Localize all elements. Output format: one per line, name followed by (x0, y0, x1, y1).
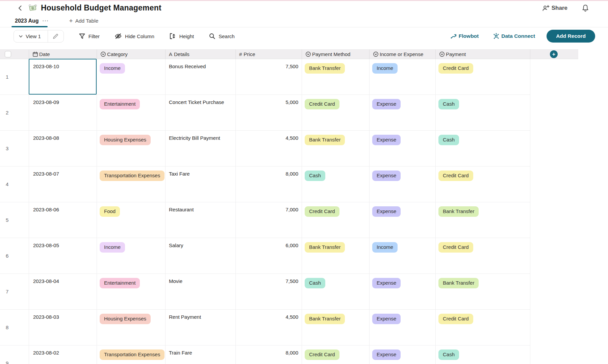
details-cell[interactable]: Salary (166, 238, 236, 274)
income-expense-cell[interactable]: Expense (370, 131, 436, 166)
date-cell[interactable]: 2023-08-07 (29, 166, 97, 202)
column-header-income-or-expense[interactable]: Income or Expense (370, 50, 436, 59)
tab-2023-aug[interactable]: 2023 Aug ··· (15, 15, 49, 27)
payment-cell[interactable]: Cash (436, 95, 530, 130)
column-header-payment-method[interactable]: Payment Method (302, 50, 370, 59)
category-cell[interactable]: Housing Expenses (97, 310, 166, 345)
row-number[interactable]: 8 (0, 310, 29, 345)
date-cell[interactable]: 2023-08-02 (29, 345, 97, 364)
hide-column-button[interactable]: Hide Column (115, 33, 154, 40)
payment-method-cell[interactable]: Cash (302, 274, 370, 309)
payment-method-cell[interactable]: Bank Transfer (302, 131, 370, 166)
price-cell[interactable]: 7,500 (236, 274, 302, 309)
income-expense-cell[interactable]: Expense (370, 345, 436, 364)
income-expense-cell[interactable]: Expense (370, 95, 436, 130)
category-pill: Food (100, 206, 120, 217)
select-all-checkbox[interactable] (5, 51, 11, 57)
details-cell[interactable]: Movie (166, 274, 236, 309)
title-bar: $ Household Budget Management Share (0, 1, 608, 15)
add-table-button[interactable]: + Add Table (69, 17, 99, 25)
price-cell[interactable]: 7,500 (236, 59, 302, 95)
payment-cell[interactable]: Credit Card (436, 166, 530, 202)
row-height-button[interactable]: Height (169, 33, 194, 40)
income-expense-cell[interactable]: Expense (370, 202, 436, 238)
income-expense-cell[interactable]: Income (370, 238, 436, 274)
payment-cell[interactable]: Credit Card (436, 59, 530, 95)
details-cell[interactable]: Restaurant (166, 202, 236, 238)
payment-method-cell[interactable]: Bank Transfer (302, 310, 370, 345)
category-cell[interactable]: Income (97, 59, 166, 95)
edit-view-button[interactable] (48, 30, 64, 42)
payment-method-cell[interactable]: Bank Transfer (302, 59, 370, 95)
income-expense-cell[interactable]: Expense (370, 274, 436, 309)
payment-cell[interactable]: Bank Transfer (436, 202, 530, 238)
date-cell[interactable]: 2023-08-09 (29, 95, 97, 130)
add-record-button[interactable]: Add Record (547, 30, 595, 43)
payment-cell[interactable]: Cash (436, 345, 530, 364)
date-cell[interactable]: 2023-08-10 (29, 59, 97, 95)
date-cell[interactable]: 2023-08-06 (29, 202, 97, 238)
payment-method-cell[interactable]: Bank Transfer (302, 238, 370, 274)
price-cell[interactable]: 4,500 (236, 310, 302, 345)
category-pill: Entertainment (100, 99, 140, 109)
search-button[interactable]: Search (209, 33, 235, 40)
data-connect-button[interactable]: Data Connect (493, 33, 535, 40)
column-header-price[interactable]: # Price (236, 50, 302, 59)
row-number[interactable]: 7 (0, 274, 29, 309)
category-cell[interactable]: Transportation Expenses (97, 345, 166, 364)
payment-cell[interactable]: Credit Card (436, 310, 530, 345)
price-cell[interactable]: 8,000 (236, 345, 302, 364)
payment-method-cell[interactable]: Credit Card (302, 202, 370, 238)
category-cell[interactable]: Food (97, 202, 166, 238)
category-cell[interactable]: Income (97, 238, 166, 274)
payment-cell[interactable]: Cash (436, 131, 530, 166)
filter-button[interactable]: Filter (79, 33, 100, 40)
payment-method-cell[interactable]: Cash (302, 166, 370, 202)
row-number[interactable]: 4 (0, 166, 29, 202)
column-header-category[interactable]: Category (97, 50, 166, 59)
payment-cell[interactable]: Bank Transfer (436, 274, 530, 309)
notifications-button[interactable] (582, 4, 589, 12)
payment-method-cell[interactable]: Credit Card (302, 345, 370, 364)
row-number[interactable]: 6 (0, 238, 29, 274)
date-cell[interactable]: 2023-08-05 (29, 238, 97, 274)
income-expense-cell[interactable]: Income (370, 59, 436, 95)
column-header-payment[interactable]: Payment (436, 50, 530, 59)
flowbot-button[interactable]: Flowbot (450, 33, 479, 39)
payment-cell[interactable]: Credit Card (436, 238, 530, 274)
share-button[interactable]: Share (542, 5, 567, 11)
row-number[interactable]: 1 (0, 59, 29, 95)
row-number[interactable]: 9 (0, 345, 29, 364)
date-cell[interactable]: 2023-08-08 (29, 131, 97, 166)
details-cell[interactable]: Concert Ticket Purchase (166, 95, 236, 130)
category-cell[interactable]: Entertainment (97, 274, 166, 309)
details-cell[interactable]: Bonus Received (166, 59, 236, 95)
category-cell[interactable]: Housing Expenses (97, 131, 166, 166)
price-cell[interactable]: 6,000 (236, 238, 302, 274)
column-header-details[interactable]: A Details (166, 50, 236, 59)
price-cell[interactable]: 8,000 (236, 166, 302, 202)
add-column-button[interactable]: + (550, 50, 558, 58)
price-cell[interactable]: 7,000 (236, 202, 302, 238)
hide-column-label: Hide Column (125, 33, 154, 39)
payment-method-cell[interactable]: Credit Card (302, 95, 370, 130)
income-expense-cell[interactable]: Expense (370, 166, 436, 202)
date-cell[interactable]: 2023-08-04 (29, 274, 97, 309)
details-cell[interactable]: Taxi Fare (166, 166, 236, 202)
column-header-date[interactable]: Date (29, 50, 97, 59)
row-number[interactable]: 3 (0, 131, 29, 166)
income-expense-cell[interactable]: Expense (370, 310, 436, 345)
details-cell[interactable]: Electricity Bill Payment (166, 131, 236, 166)
price-cell[interactable]: 4,500 (236, 131, 302, 166)
tab-menu-dots-icon[interactable]: ··· (43, 18, 49, 24)
view-selector[interactable]: View 1 (14, 30, 48, 42)
row-number[interactable]: 5 (0, 202, 29, 238)
category-cell[interactable]: Entertainment (97, 95, 166, 130)
category-cell[interactable]: Transportation Expenses (97, 166, 166, 202)
row-number[interactable]: 2 (0, 95, 29, 130)
back-button[interactable] (17, 5, 24, 11)
details-cell[interactable]: Rent Payment (166, 310, 236, 345)
date-cell[interactable]: 2023-08-03 (29, 310, 97, 345)
details-cell[interactable]: Train Fare (166, 345, 236, 364)
price-cell[interactable]: 5,000 (236, 95, 302, 130)
